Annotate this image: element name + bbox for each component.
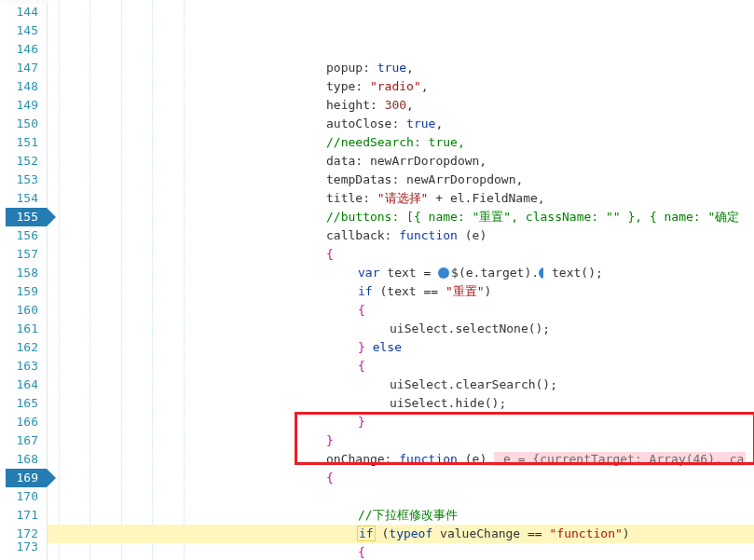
line-number[interactable]: 147 [0, 59, 47, 77]
line-number[interactable]: 152 [0, 152, 47, 171]
line-number[interactable]: 163 [0, 357, 47, 376]
code-line[interactable]: { [48, 469, 754, 487]
code-line[interactable]: //下拉框修改事件 [48, 506, 754, 525]
line-number[interactable]: 159 [0, 282, 47, 301]
line-number[interactable]: 171 [0, 506, 47, 525]
code-line[interactable]: } else [48, 338, 754, 357]
line-number[interactable]: 165 [0, 394, 47, 413]
line-number[interactable]: 146 [0, 40, 47, 59]
line-number[interactable]: 166 [0, 413, 47, 431]
line-number[interactable]: 170 [0, 487, 47, 506]
line-number[interactable]: 149 [0, 96, 47, 115]
line-number[interactable]: 162 [0, 338, 47, 357]
debug-value-hint: e = {currentTarget: Array(46), ca [494, 452, 746, 466]
code-line[interactable]: uiSelect.clearSearch(); [48, 376, 754, 394]
line-number[interactable]: 144 [0, 3, 47, 21]
line-number[interactable]: 161 [0, 320, 47, 338]
code-line[interactable]: } [48, 413, 754, 431]
line-number[interactable]: 164 [0, 376, 47, 394]
code-line[interactable]: popup: true, [48, 59, 754, 77]
code-line[interactable]: title: "请选择" + el.FieldName, [48, 189, 754, 208]
line-number[interactable]: 173 [0, 538, 47, 556]
code-line[interactable]: if (text == "重置") [48, 282, 754, 301]
line-number[interactable]: 154 [0, 189, 47, 208]
code-line[interactable]: if (typeof valueChange == "function") [48, 525, 754, 543]
code-line[interactable]: var text = $(e.target).text(); [48, 264, 754, 282]
code-line[interactable]: callback: function (e) [48, 226, 754, 245]
line-number[interactable]: 156 [0, 226, 47, 245]
line-number[interactable]: 157 [0, 245, 47, 264]
line-number[interactable]: 168 [0, 450, 47, 469]
code-line[interactable]: { [48, 301, 754, 320]
line-number[interactable]: 148 [0, 77, 47, 96]
line-number[interactable]: 150 [0, 115, 47, 133]
line-number[interactable]: 145 [0, 21, 47, 40]
line-number[interactable]: 155 [0, 208, 47, 226]
line-number[interactable]: 158 [0, 264, 47, 282]
line-number[interactable]: 151 [0, 133, 47, 152]
code-editor: 1441451461471481491501511521531541551561… [0, 0, 754, 560]
line-number[interactable]: 169 [0, 469, 47, 487]
code-line[interactable]: { [48, 245, 754, 264]
code-line[interactable]: { [48, 543, 754, 560]
line-number-gutter[interactable]: 1441451461471481491501511521531541551561… [0, 0, 48, 560]
code-line[interactable]: { [48, 357, 754, 376]
code-line[interactable]: //buttons: [{ name: "重置", className: "" … [48, 208, 754, 226]
code-line[interactable]: } [48, 431, 754, 450]
code-line[interactable]: autoClose: true, [48, 115, 754, 133]
line-number[interactable]: 153 [0, 171, 47, 189]
code-line[interactable]: onChange: function (e) e = {currentTarge… [48, 450, 754, 469]
code-area[interactable]: popup: true,type: "radio",height: 300,au… [48, 0, 754, 560]
code-line[interactable]: uiSelect.hide(); [48, 394, 754, 413]
code-line[interactable]: //needSearch: true, [48, 133, 754, 152]
code-line[interactable] [48, 487, 754, 506]
code-line[interactable]: height: 300, [48, 96, 754, 115]
line-number[interactable]: 172 [0, 525, 47, 538]
line-number[interactable]: 167 [0, 431, 47, 450]
line-number[interactable]: 160 [0, 301, 47, 320]
code-line[interactable]: data: newArrDoropdown, [48, 152, 754, 171]
code-line[interactable]: uiSelect.selectNone(); [48, 320, 754, 338]
code-line[interactable]: tempDatas: newArrDoropdown, [48, 171, 754, 189]
code-line[interactable]: type: "radio", [48, 77, 754, 96]
